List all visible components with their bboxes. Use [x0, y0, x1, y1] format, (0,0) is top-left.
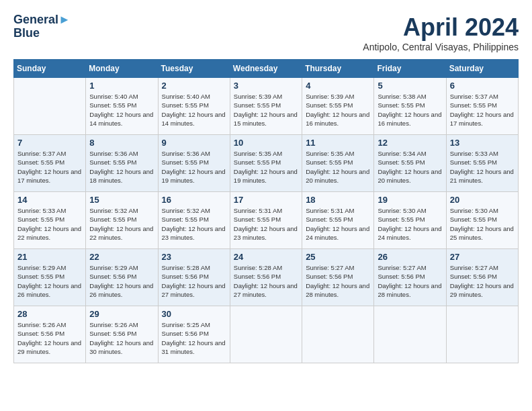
- calendar-day-header: Saturday: [446, 60, 518, 78]
- calendar-cell: [446, 306, 518, 363]
- calendar-week-row: 14Sunrise: 5:33 AMSunset: 5:55 PMDayligh…: [14, 192, 519, 249]
- calendar-day-header: Tuesday: [158, 60, 230, 78]
- calendar-table: SundayMondayTuesdayWednesdayThursdayFrid…: [13, 59, 519, 363]
- day-number: 17: [234, 195, 298, 205]
- day-info: Sunrise: 5:33 AMSunset: 5:55 PMDaylight:…: [450, 149, 515, 185]
- calendar-cell: 19Sunrise: 5:30 AMSunset: 5:55 PMDayligh…: [374, 192, 446, 249]
- calendar-cell: 11Sunrise: 5:35 AMSunset: 5:55 PMDayligh…: [302, 135, 374, 192]
- day-number: 29: [89, 309, 154, 319]
- day-number: 3: [234, 81, 298, 91]
- calendar-cell: 30Sunrise: 5:25 AMSunset: 5:56 PMDayligh…: [158, 306, 230, 363]
- day-info: Sunrise: 5:38 AMSunset: 5:55 PMDaylight:…: [378, 92, 442, 128]
- calendar-cell: 15Sunrise: 5:32 AMSunset: 5:55 PMDayligh…: [86, 192, 158, 249]
- calendar-cell: [14, 78, 86, 135]
- day-info: Sunrise: 5:40 AMSunset: 5:55 PMDaylight:…: [162, 92, 226, 128]
- calendar-cell: 13Sunrise: 5:33 AMSunset: 5:55 PMDayligh…: [446, 135, 518, 192]
- day-number: 14: [17, 195, 82, 205]
- day-info: Sunrise: 5:39 AMSunset: 5:55 PMDaylight:…: [234, 92, 298, 128]
- calendar-cell: 10Sunrise: 5:35 AMSunset: 5:55 PMDayligh…: [230, 135, 302, 192]
- calendar-cell: 3Sunrise: 5:39 AMSunset: 5:55 PMDaylight…: [230, 78, 302, 135]
- day-number: 23: [162, 252, 226, 262]
- day-number: 22: [89, 252, 154, 262]
- day-info: Sunrise: 5:27 AMSunset: 5:56 PMDaylight:…: [450, 263, 515, 299]
- location-subtitle: Antipolo, Central Visayas, Philippines: [363, 42, 519, 52]
- calendar-cell: 1Sunrise: 5:40 AMSunset: 5:55 PMDaylight…: [86, 78, 158, 135]
- calendar-week-row: 7Sunrise: 5:37 AMSunset: 5:55 PMDaylight…: [14, 135, 519, 192]
- day-info: Sunrise: 5:35 AMSunset: 5:55 PMDaylight:…: [234, 149, 298, 185]
- logo: General►Blue: [13, 13, 71, 40]
- day-info: Sunrise: 5:29 AMSunset: 5:55 PMDaylight:…: [17, 263, 82, 299]
- calendar-cell: 24Sunrise: 5:28 AMSunset: 5:56 PMDayligh…: [230, 249, 302, 306]
- day-number: 26: [378, 252, 442, 262]
- day-number: 30: [162, 309, 226, 319]
- day-info: Sunrise: 5:25 AMSunset: 5:56 PMDaylight:…: [162, 320, 226, 356]
- day-number: 15: [89, 195, 154, 205]
- calendar-day-header: Friday: [374, 60, 446, 78]
- day-info: Sunrise: 5:27 AMSunset: 5:56 PMDaylight:…: [306, 263, 370, 299]
- day-info: Sunrise: 5:37 AMSunset: 5:55 PMDaylight:…: [17, 149, 82, 185]
- calendar-week-row: 28Sunrise: 5:26 AMSunset: 5:56 PMDayligh…: [14, 306, 519, 363]
- day-info: Sunrise: 5:39 AMSunset: 5:55 PMDaylight:…: [306, 92, 370, 128]
- day-info: Sunrise: 5:31 AMSunset: 5:55 PMDaylight:…: [306, 206, 370, 242]
- day-number: 19: [378, 195, 442, 205]
- day-info: Sunrise: 5:33 AMSunset: 5:55 PMDaylight:…: [17, 206, 82, 242]
- calendar-cell: 7Sunrise: 5:37 AMSunset: 5:55 PMDaylight…: [14, 135, 86, 192]
- day-info: Sunrise: 5:26 AMSunset: 5:56 PMDaylight:…: [17, 320, 82, 356]
- day-info: Sunrise: 5:30 AMSunset: 5:55 PMDaylight:…: [450, 206, 515, 242]
- day-number: 28: [17, 309, 82, 319]
- logo-text: General►Blue: [13, 13, 71, 40]
- day-info: Sunrise: 5:36 AMSunset: 5:55 PMDaylight:…: [162, 149, 226, 185]
- calendar-cell: 25Sunrise: 5:27 AMSunset: 5:56 PMDayligh…: [302, 249, 374, 306]
- day-number: 20: [450, 195, 515, 205]
- day-number: 25: [306, 252, 370, 262]
- calendar-day-header: Thursday: [302, 60, 374, 78]
- calendar-cell: 5Sunrise: 5:38 AMSunset: 5:55 PMDaylight…: [374, 78, 446, 135]
- day-number: 8: [89, 138, 154, 148]
- day-info: Sunrise: 5:26 AMSunset: 5:56 PMDaylight:…: [89, 320, 154, 356]
- day-info: Sunrise: 5:29 AMSunset: 5:56 PMDaylight:…: [89, 263, 154, 299]
- day-number: 12: [378, 138, 442, 148]
- day-info: Sunrise: 5:35 AMSunset: 5:55 PMDaylight:…: [306, 149, 370, 185]
- day-number: 6: [450, 81, 515, 91]
- calendar-cell: 27Sunrise: 5:27 AMSunset: 5:56 PMDayligh…: [446, 249, 518, 306]
- calendar-cell: 12Sunrise: 5:34 AMSunset: 5:55 PMDayligh…: [374, 135, 446, 192]
- day-number: 2: [162, 81, 226, 91]
- day-info: Sunrise: 5:28 AMSunset: 5:56 PMDaylight:…: [162, 263, 226, 299]
- calendar-cell: 26Sunrise: 5:27 AMSunset: 5:56 PMDayligh…: [374, 249, 446, 306]
- day-number: 27: [450, 252, 515, 262]
- day-number: 4: [306, 81, 370, 91]
- calendar-cell: [230, 306, 302, 363]
- day-info: Sunrise: 5:32 AMSunset: 5:55 PMDaylight:…: [89, 206, 154, 242]
- calendar-day-header: Wednesday: [230, 60, 302, 78]
- calendar-cell: 6Sunrise: 5:37 AMSunset: 5:55 PMDaylight…: [446, 78, 518, 135]
- calendar-day-header: Sunday: [14, 60, 86, 78]
- calendar-cell: 2Sunrise: 5:40 AMSunset: 5:55 PMDaylight…: [158, 78, 230, 135]
- day-number: 18: [306, 195, 370, 205]
- day-number: 21: [17, 252, 82, 262]
- calendar-cell: 8Sunrise: 5:36 AMSunset: 5:55 PMDaylight…: [86, 135, 158, 192]
- day-info: Sunrise: 5:28 AMSunset: 5:56 PMDaylight:…: [234, 263, 298, 299]
- calendar-week-row: 1Sunrise: 5:40 AMSunset: 5:55 PMDaylight…: [14, 78, 519, 135]
- day-info: Sunrise: 5:34 AMSunset: 5:55 PMDaylight:…: [378, 149, 442, 185]
- day-number: 13: [450, 138, 515, 148]
- day-number: 24: [234, 252, 298, 262]
- day-info: Sunrise: 5:30 AMSunset: 5:55 PMDaylight:…: [378, 206, 442, 242]
- calendar-cell: 16Sunrise: 5:32 AMSunset: 5:55 PMDayligh…: [158, 192, 230, 249]
- calendar-day-header: Monday: [86, 60, 158, 78]
- day-number: 9: [162, 138, 226, 148]
- day-info: Sunrise: 5:32 AMSunset: 5:55 PMDaylight:…: [162, 206, 226, 242]
- month-title: April 2024: [363, 13, 519, 42]
- title-section: April 2024 Antipolo, Central Visayas, Ph…: [363, 13, 519, 52]
- calendar-header-row: SundayMondayTuesdayWednesdayThursdayFrid…: [14, 60, 519, 78]
- day-info: Sunrise: 5:31 AMSunset: 5:55 PMDaylight:…: [234, 206, 298, 242]
- page-header: General►Blue April 2024 Antipolo, Centra…: [13, 13, 519, 52]
- day-number: 5: [378, 81, 442, 91]
- calendar-cell: 20Sunrise: 5:30 AMSunset: 5:55 PMDayligh…: [446, 192, 518, 249]
- calendar-cell: 18Sunrise: 5:31 AMSunset: 5:55 PMDayligh…: [302, 192, 374, 249]
- calendar-week-row: 21Sunrise: 5:29 AMSunset: 5:55 PMDayligh…: [14, 249, 519, 306]
- calendar-cell: 28Sunrise: 5:26 AMSunset: 5:56 PMDayligh…: [14, 306, 86, 363]
- calendar-cell: 22Sunrise: 5:29 AMSunset: 5:56 PMDayligh…: [86, 249, 158, 306]
- calendar-cell: 4Sunrise: 5:39 AMSunset: 5:55 PMDaylight…: [302, 78, 374, 135]
- day-number: 11: [306, 138, 370, 148]
- calendar-cell: [302, 306, 374, 363]
